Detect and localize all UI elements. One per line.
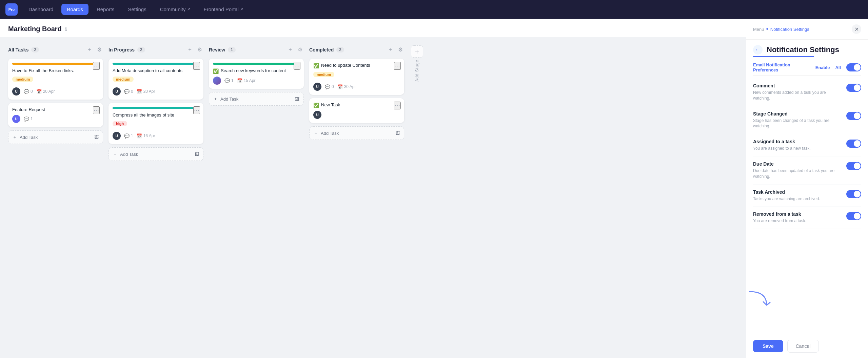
nav-item-reports[interactable]: Reports [91,4,120,15]
card-meta: 💬 1 📅 15 Apr [213,77,300,85]
close-panel-button[interactable]: ✕ [852,24,861,34]
priority-badge: medium [313,72,334,77]
card-bar [113,63,199,65]
card-bar [12,63,99,65]
screenshot-icon: 🖼 [295,97,299,102]
nav-item-community[interactable]: Community ↗ [155,4,196,15]
column-title: Completed [309,47,334,52]
nav-item-boards[interactable]: Boards [61,4,88,15]
card-new-task: ⋯ ✅ New Task U [309,98,404,123]
stage-changed-toggle[interactable] [846,112,861,120]
column-in-progress: In Progress 2 ＋ ⚙ ⋯ Add Meta description… [108,44,203,349]
column-menu-button[interactable]: ⚙ [196,45,203,54]
panel-title-row: ← Notification Settings [746,40,868,56]
plus-icon: ＋ [314,130,318,136]
comments-icon: 💬 [24,117,29,122]
notif-item-name: Removed from a task [753,211,841,217]
avatar: U [12,115,20,123]
add-card-button[interactable]: ＋ [387,45,395,54]
add-stage-label: Add Stage [415,60,419,82]
column-count: 2 [31,47,39,52]
logo-text: Pro [8,7,15,12]
comments-icon: 💬 [24,89,29,94]
all-label: All [835,65,841,70]
avatar [213,77,221,85]
column-completed: Completed 2 ＋ ⚙ ⋯ ✅ Need to update Conte… [309,44,404,349]
card-menu-button[interactable]: ⋯ [193,62,200,70]
comment-toggle[interactable] [846,84,861,92]
avatar: U [313,83,321,91]
due-date: 📅 20 Apr [137,89,155,94]
card-broken-links: ⋯ Have to Fix all the Broken links. medi… [8,59,103,100]
info-icon[interactable]: ℹ [65,26,67,32]
column-menu-button[interactable]: ⚙ [296,45,304,54]
notif-item-desc: You are assigned to a new task. [753,146,841,151]
card-menu-button[interactable]: ⋯ [394,102,401,109]
column-all-tasks: All Tasks 2 ＋ ⚙ ⋯ Have to Fix all the Br… [8,44,103,349]
comments-count: 💬 1 [124,133,133,139]
card-title: Add Meta description to all contents [113,68,199,73]
back-icon: ← [755,47,761,53]
due-date: 📅 15 Apr [237,78,256,83]
notif-item-info: Stage Changed Stage has been changed of … [753,111,841,129]
cancel-button[interactable]: Cancel [787,340,819,353]
add-task-button[interactable]: ＋ Add Task 🖼 [108,147,203,161]
comments-icon: 💬 [124,89,130,94]
add-card-button[interactable]: ＋ [286,45,294,54]
notif-toggle [846,140,861,148]
nav-item-frontend[interactable]: Frontend Portal ↗ [198,4,249,15]
notif-item-info: Task Archived Tasks you are watching are… [753,189,841,202]
screenshot-icon: 🖼 [395,131,400,136]
back-button[interactable]: ← [753,45,763,55]
card-menu-button[interactable]: ⋯ [394,62,401,70]
card-title: Compress all the Images of site [113,112,199,118]
notif-item-desc: You are removed from a task. [753,218,841,224]
column-header-completed: Completed 2 ＋ ⚙ [309,44,404,55]
due-date-toggle[interactable] [846,162,861,170]
calendar-icon: 📅 [137,133,142,139]
comments-count: 💬 0 [124,89,133,94]
notif-item-name: Due Date [753,161,841,167]
add-card-button[interactable]: ＋ [85,45,94,54]
screenshot-icon: 🖼 [94,135,99,140]
enable-label: Enable [815,65,830,70]
card-meta: U 💬 1 [12,115,99,123]
add-task-button[interactable]: ＋ Add Task 🖼 [309,126,404,140]
notif-item-name: Task Archived [753,189,841,195]
add-card-button[interactable]: ＋ [186,45,194,54]
breadcrumb-separator: • [766,26,768,33]
add-stage-button[interactable]: ＋ [411,45,423,58]
avatar: U [12,87,20,96]
notif-item-desc: New comments added on a task you are wat… [753,90,841,101]
due-date: 📅 30 Apr [337,84,356,89]
notification-panel: Menu • Notification Settings ✕ ← Notific… [746,19,868,358]
card-menu-button[interactable]: ⋯ [93,106,100,114]
add-task-button[interactable]: ＋ Add Task 🖼 [8,130,103,144]
card-menu-button[interactable]: ⋯ [93,62,100,70]
card-title: ✅ Need to update Contents [313,63,400,68]
column-actions: ＋ ⚙ [85,45,103,54]
plus-icon: ＋ [113,151,117,157]
nav-item-settings[interactable]: Settings [122,4,152,15]
column-menu-button[interactable]: ⚙ [397,45,404,54]
add-task-button[interactable]: ＋ Add Task 🖼 [209,92,304,106]
column-actions: ＋ ⚙ [186,45,203,54]
card-menu-button[interactable]: ⋯ [193,106,200,114]
comments-icon: 💬 [325,84,330,89]
card-meta: U 💬 0 📅 20 Apr [113,87,199,96]
comments-count: 💬 0 [24,89,33,94]
board-title: Marketing Board [8,25,62,33]
enable-all-toggle[interactable] [846,63,861,71]
removed-toggle[interactable] [846,212,861,220]
columns-container: All Tasks 2 ＋ ⚙ ⋯ Have to Fix all the Br… [0,37,746,356]
plus-icon: ＋ [13,134,17,140]
breadcrumb-menu[interactable]: Menu [753,27,764,32]
board-header: Marketing Board ℹ [0,19,746,37]
save-button[interactable]: Save [753,340,783,352]
nav-item-dashboard[interactable]: Dashboard [23,4,59,15]
column-menu-button[interactable]: ⚙ [96,45,103,54]
archived-toggle[interactable] [846,190,861,198]
card-menu-button[interactable]: ⋯ [294,62,300,70]
column-title: All Tasks [8,47,28,52]
assigned-toggle[interactable] [846,140,861,148]
